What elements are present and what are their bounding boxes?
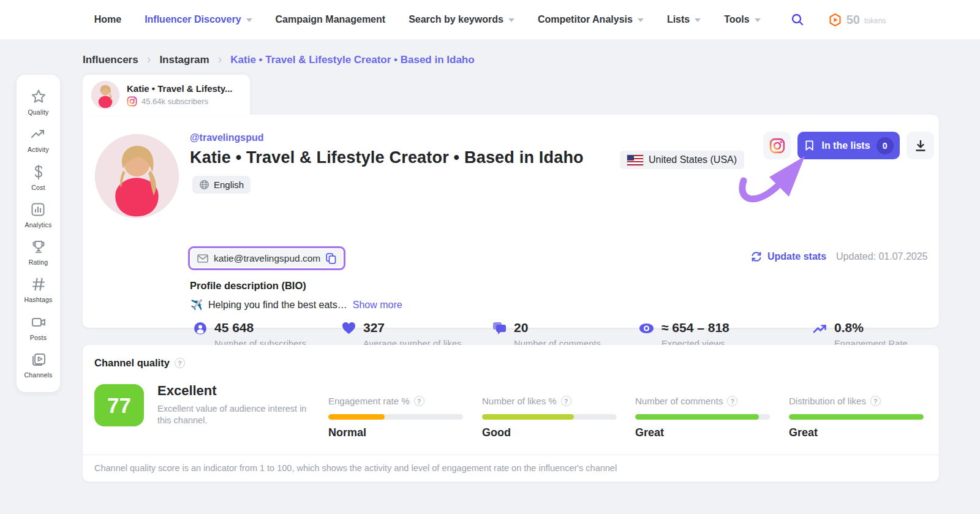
email-field[interactable]: katie@travelingspud.com — [191, 249, 342, 267]
chevron-down-icon — [508, 18, 514, 22]
in-the-lists-button[interactable]: In the lists 0 — [797, 132, 900, 159]
instagram-icon — [769, 138, 785, 154]
updated-date: Updated: 01.07.2025 — [836, 251, 927, 262]
top-navbar: Home Influencer Discovery Campaign Manag… — [0, 0, 980, 39]
nav-campaign-management[interactable]: Campaign Management — [276, 14, 386, 25]
email-address: katie@travelingspud.com — [214, 253, 320, 264]
nav-search-by-keywords[interactable]: Search by keywords — [409, 14, 514, 25]
chevron-down-icon — [695, 18, 701, 22]
language-label: English — [214, 180, 244, 190]
in-the-lists-label: In the lists — [821, 140, 870, 151]
help-icon[interactable]: ? — [561, 396, 571, 406]
breadcrumb-instagram[interactable]: Instagram — [159, 54, 209, 66]
refresh-icon — [750, 251, 763, 263]
instagram-icon — [127, 96, 137, 107]
chevron-down-icon — [246, 18, 252, 22]
bookmark-icon — [804, 140, 815, 151]
show-more-link[interactable]: Show more — [353, 300, 402, 311]
quality-score-badge: 77 — [94, 384, 144, 426]
email-highlight-box: katie@travelingspud.com — [188, 246, 345, 270]
breadcrumb-current-page: Katie • Travel & Lifestyle Creator • Bas… — [230, 54, 474, 66]
chevron-down-icon — [638, 18, 644, 22]
tokens-count: 50 — [846, 13, 860, 27]
bio-row: ✈️ Helping you find the best eats… Show … — [190, 299, 402, 311]
avatar — [95, 134, 179, 218]
bio-heading: Profile description (BIO) — [190, 280, 306, 292]
meter-status: Great — [635, 426, 770, 439]
meter-number-of-likes: Number of likes %? Good — [482, 396, 617, 439]
breadcrumb-influencers[interactable]: Influencers — [83, 54, 138, 66]
nav-home[interactable]: Home — [94, 14, 121, 25]
dollar-icon — [30, 164, 47, 181]
country-badge: United States (USA) — [620, 151, 744, 169]
open-instagram-button[interactable] — [763, 132, 791, 159]
profile-card: @travelingspud Katie • Travel & Lifestyl… — [83, 115, 939, 328]
meter-track — [635, 414, 770, 420]
page: Home Influencer Discovery Campaign Manag… — [0, 0, 980, 514]
globe-icon — [199, 180, 209, 190]
download-report-button[interactable] — [907, 132, 934, 159]
quality-rating-label: Excellent — [157, 383, 217, 399]
meter-status: Good — [482, 426, 617, 439]
sidebar-item-quality[interactable]: Quality — [28, 88, 48, 116]
update-stats-label: Update stats — [767, 251, 826, 262]
token-icon — [828, 13, 842, 27]
meter-number-of-comments: Number of comments? Great — [635, 396, 770, 439]
update-stats-button[interactable]: Update stats — [750, 251, 826, 263]
meter-track — [789, 414, 924, 420]
meter-fill — [789, 414, 924, 420]
hashtag-icon — [30, 276, 47, 293]
quality-rating-description: Excellent value of audience interest in … — [157, 403, 320, 426]
copy-icon[interactable] — [326, 253, 336, 264]
bio-text: Helping you find the best eats… — [208, 300, 347, 311]
profile-handle-link[interactable]: @travelingspud — [190, 132, 264, 143]
sidebar-item-channels[interactable]: Channels — [24, 351, 53, 379]
sidebar-item-posts[interactable]: Posts — [30, 314, 47, 341]
bar-chart-icon — [29, 201, 47, 218]
channels-icon — [30, 351, 47, 368]
meter-track — [482, 414, 617, 420]
avatar — [91, 81, 119, 109]
update-stats-row: Update stats Updated: 01.07.2025 — [750, 251, 928, 263]
profile-tab[interactable]: Katie • Travel & Lifesty... 45.64k subsc… — [83, 75, 250, 115]
chevron-right-icon: › — [218, 52, 222, 66]
chevron-down-icon — [755, 18, 761, 22]
search-icon[interactable] — [790, 12, 805, 27]
nav-influencer-discovery[interactable]: Influencer Discovery — [145, 14, 252, 25]
trend-icon — [29, 126, 47, 143]
help-icon[interactable]: ? — [870, 396, 881, 406]
meter-track — [328, 414, 463, 420]
tokens-balance[interactable]: 50 tokens — [828, 13, 886, 27]
sidebar-item-rating[interactable]: Rating — [29, 238, 48, 266]
nav-tools[interactable]: Tools — [724, 14, 760, 25]
tab-text: Katie • Travel & Lifesty... 45.64k subsc… — [127, 83, 233, 107]
sidebar-item-cost[interactable]: Cost — [30, 164, 47, 191]
channel-quality-footnote: Channel quality score is an indicator fr… — [94, 463, 617, 473]
meter-fill — [328, 414, 385, 420]
us-flag-icon — [627, 155, 643, 165]
sidebar-item-activity[interactable]: Activity — [28, 126, 49, 153]
breadcrumb: Influencers › Instagram › Katie • Travel… — [83, 53, 475, 67]
channel-quality-title: Channel quality ? — [94, 357, 185, 369]
channel-quality-card: Channel quality ? 77 Excellent Excellent… — [83, 345, 939, 482]
meter-engagement-rate: Engagement rate %? Normal — [328, 396, 463, 439]
language-badge: English — [192, 176, 251, 194]
sidebar-item-hashtags[interactable]: Hashtags — [24, 276, 53, 303]
meter-fill — [482, 414, 574, 420]
in-the-lists-count-badge: 0 — [876, 137, 894, 154]
help-icon[interactable]: ? — [727, 396, 737, 406]
sidebar-item-analytics[interactable]: Analytics — [25, 201, 52, 229]
nav-lists[interactable]: Lists — [667, 14, 701, 25]
profile-name: Katie • Travel & Lifestyle Creator • Bas… — [190, 148, 584, 167]
help-icon[interactable]: ? — [414, 396, 424, 406]
help-icon[interactable]: ? — [175, 358, 185, 368]
tokens-label: tokens — [864, 17, 886, 25]
chevron-right-icon: › — [147, 52, 151, 66]
nav-competitor-analysis[interactable]: Competitor Analysis — [538, 14, 644, 25]
country-label: United States (USA) — [649, 154, 737, 165]
tab-title: Katie • Travel & Lifesty... — [127, 83, 233, 94]
section-sidebar: Quality Activity Cost Analytics Rating H… — [17, 75, 60, 392]
video-camera-icon — [30, 314, 47, 331]
meter-distribution-of-likes: Distribution of likes? Great — [789, 396, 924, 439]
download-icon — [914, 139, 927, 153]
